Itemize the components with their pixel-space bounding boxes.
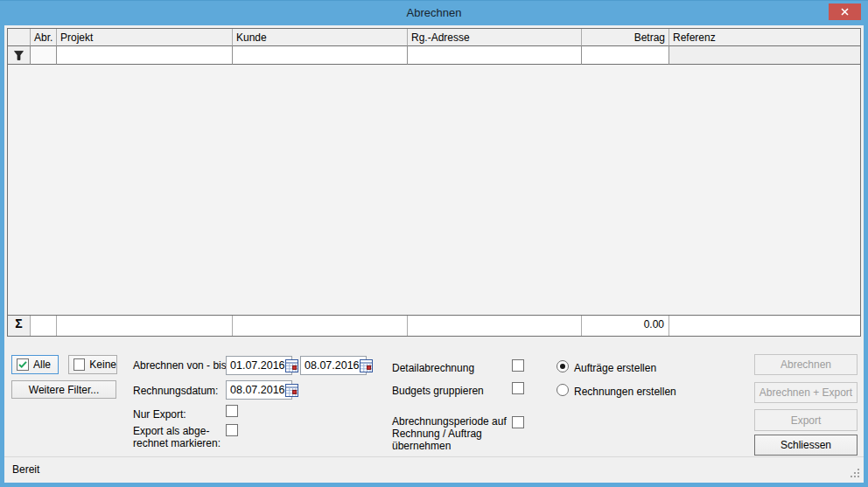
alle-checkbox [17,358,29,371]
rechnungsdatum-label: Rechnungsdatum: [133,385,218,397]
rechnungen-erstellen-radio[interactable] [556,384,569,396]
keine-label: Keine [89,358,116,371]
abrechnen-button[interactable]: Abrechnen [754,354,858,375]
rechnungsdatum-field[interactable]: 08.07.2016 [226,380,292,400]
filter-rg-adresse-input[interactable] [408,46,582,65]
column-header-abr[interactable]: Abr. [31,29,57,46]
filter-referenz-cell [669,46,860,65]
calendar-icon[interactable] [360,358,373,372]
schliessen-button[interactable]: Schliessen [754,435,858,456]
calendar-icon[interactable] [285,358,298,372]
nur-export-checkbox[interactable] [226,405,238,417]
sum-abr-cell [31,316,57,336]
date-from-value: 01.07.2016 [230,359,285,372]
close-button[interactable] [829,3,861,20]
detailabrechnung-label: Detailabrechnung [392,362,474,374]
select-none-button[interactable]: Keine [68,355,117,374]
column-header-referenz[interactable]: Referenz [669,29,860,46]
status-text: Bereit [12,463,39,476]
sum-rg-adresse-cell [408,316,582,336]
sum-projekt-cell [57,316,233,336]
column-header-icon[interactable] [8,29,31,46]
calendar-icon[interactable] [285,383,298,397]
budgets-gruppieren-checkbox[interactable] [512,382,524,394]
abrechnen-dialog: Abrechnen Abr. Projekt Kunde Rg.-Adresse… [0,0,868,487]
window-title: Abrechnen [0,6,868,19]
filter-kunde-input[interactable] [233,46,408,65]
filter-projekt-input[interactable] [57,46,233,65]
column-header-betrag[interactable]: Betrag [582,29,669,46]
budgets-gruppieren-label: Budgets gruppieren [392,385,484,397]
status-bar: Bereit [4,456,864,483]
sum-kunde-cell [233,316,408,336]
nur-export-label: Nur Export: [133,408,186,421]
weitere-filter-button[interactable]: Weitere Filter... [11,380,116,399]
column-header-rg-adresse[interactable]: Rg.-Adresse [408,29,582,46]
grid-empty-body [8,65,860,316]
sum-symbol-cell: Σ [8,316,31,336]
alle-label: Alle [33,358,51,371]
titlebar[interactable]: Abrechnen [0,0,868,25]
abrechnen-export-button[interactable]: Abrechnen + Export [754,382,858,403]
auftraege-erstellen-radio[interactable] [556,360,569,372]
export-markieren-label-line2: rechnet markieren: [133,437,220,449]
date-to-field[interactable]: 08.07.2016 [300,356,367,375]
rechnungsdatum-value: 08.07.2016 [230,384,285,396]
date-to-value: 08.07.2016 [304,359,360,372]
filter-abr-cell[interactable] [31,46,57,65]
filter-funnel-icon [13,50,24,61]
export-markieren-checkbox[interactable] [226,424,238,436]
dialog-content: Abr. Projekt Kunde Rg.-Adresse Betrag Re… [4,25,864,483]
check-icon [18,359,28,370]
keine-checkbox [74,358,85,371]
auftraege-erstellen-label: Aufträge erstellen [574,362,656,374]
column-header-kunde[interactable]: Kunde [233,29,408,46]
abrechnungsperiode-label: Abrechnungsperiode auf Rechnung / Auftra… [392,415,511,452]
billing-grid: Abr. Projekt Kunde Rg.-Adresse Betrag Re… [7,28,861,337]
filter-row-header-cell [8,46,31,65]
export-button[interactable]: Export [754,409,858,431]
resize-grip[interactable] [850,469,860,478]
export-markieren-label-line1: Export als abge- [133,425,209,437]
abrechnungsperiode-checkbox[interactable] [512,416,524,428]
filter-betrag-input[interactable] [582,46,669,65]
detailabrechnung-checkbox[interactable] [512,359,524,372]
close-icon [841,8,849,16]
select-all-button[interactable]: Alle [11,355,59,374]
date-from-field[interactable]: 01.07.2016 [226,356,292,375]
column-header-projekt[interactable]: Projekt [57,29,233,46]
sum-betrag-cell: 0.00 [582,316,669,336]
abrechnen-von-bis-label: Abrechnen von - bis: [133,359,229,372]
rechnungen-erstellen-label: Rechnungen erstellen [574,386,676,398]
sum-referenz-cell [669,316,860,336]
